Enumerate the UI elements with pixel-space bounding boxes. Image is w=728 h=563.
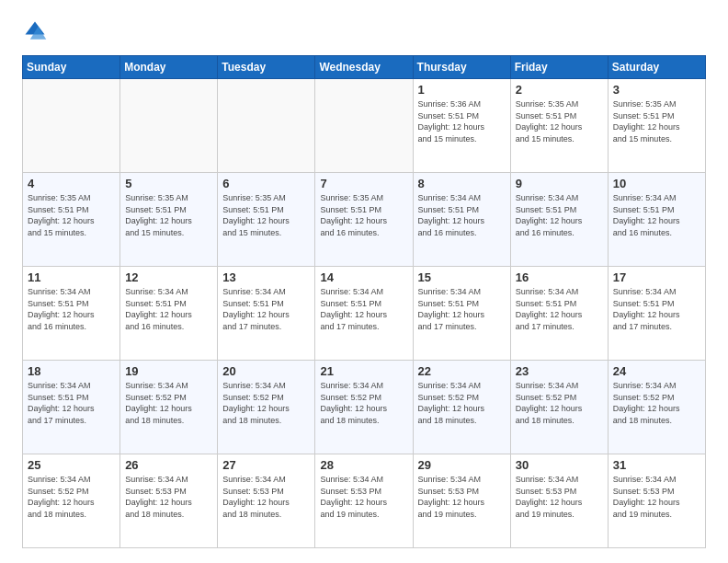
day-number: 15 — [418, 270, 506, 284]
day-info: Sunrise: 5:34 AMSunset: 5:52 PMDaylight:… — [418, 380, 506, 426]
calendar-week-5: 25Sunrise: 5:34 AMSunset: 5:52 PMDayligh… — [23, 454, 706, 548]
day-info: Sunrise: 5:34 AMSunset: 5:53 PMDaylight:… — [125, 474, 212, 520]
calendar-cell: 26Sunrise: 5:34 AMSunset: 5:53 PMDayligh… — [120, 454, 218, 548]
calendar-cell: 2Sunrise: 5:35 AMSunset: 5:51 PMDaylight… — [510, 79, 608, 173]
calendar-cell: 19Sunrise: 5:34 AMSunset: 5:52 PMDayligh… — [120, 361, 218, 454]
calendar-cell: 29Sunrise: 5:34 AMSunset: 5:53 PMDayligh… — [413, 454, 510, 548]
day-info: Sunrise: 5:34 AMSunset: 5:51 PMDaylight:… — [222, 286, 310, 332]
day-number: 9 — [516, 177, 603, 190]
day-header-thursday: Thursday — [413, 56, 510, 79]
calendar-cell: 31Sunrise: 5:34 AMSunset: 5:53 PMDayligh… — [608, 454, 705, 548]
header — [22, 18, 706, 44]
day-number: 6 — [222, 177, 310, 190]
day-number: 30 — [516, 458, 603, 472]
calendar-cell: 18Sunrise: 5:34 AMSunset: 5:51 PMDayligh… — [23, 361, 120, 454]
calendar-cell: 22Sunrise: 5:34 AMSunset: 5:52 PMDayligh… — [413, 361, 510, 454]
calendar-cell: 5Sunrise: 5:35 AMSunset: 5:51 PMDaylight… — [120, 173, 218, 267]
calendar-cell: 16Sunrise: 5:34 AMSunset: 5:51 PMDayligh… — [510, 267, 608, 361]
calendar-cell: 28Sunrise: 5:34 AMSunset: 5:53 PMDayligh… — [315, 454, 413, 548]
day-info: Sunrise: 5:34 AMSunset: 5:51 PMDaylight:… — [28, 380, 115, 426]
calendar-cell: 20Sunrise: 5:34 AMSunset: 5:52 PMDayligh… — [218, 361, 315, 454]
day-info: Sunrise: 5:35 AMSunset: 5:51 PMDaylight:… — [28, 192, 115, 238]
logo — [22, 18, 51, 44]
day-number: 16 — [516, 270, 603, 284]
calendar-cell: 15Sunrise: 5:34 AMSunset: 5:51 PMDayligh… — [413, 267, 510, 361]
day-header-sunday: Sunday — [23, 56, 120, 79]
page: SundayMondayTuesdayWednesdayThursdayFrid… — [0, 0, 728, 563]
day-info: Sunrise: 5:34 AMSunset: 5:51 PMDaylight:… — [613, 286, 700, 332]
day-info: Sunrise: 5:34 AMSunset: 5:51 PMDaylight:… — [418, 192, 506, 238]
day-number: 20 — [222, 364, 310, 378]
calendar-cell — [120, 79, 218, 173]
day-number: 21 — [320, 364, 407, 378]
day-number: 10 — [613, 177, 700, 190]
calendar-week-1: 1Sunrise: 5:36 AMSunset: 5:51 PMDaylight… — [23, 79, 706, 173]
day-number: 17 — [613, 270, 700, 284]
day-number: 29 — [418, 458, 506, 472]
day-number: 2 — [516, 83, 603, 97]
day-number: 8 — [418, 177, 506, 190]
day-number: 1 — [418, 83, 506, 97]
calendar-cell: 24Sunrise: 5:34 AMSunset: 5:52 PMDayligh… — [608, 361, 705, 454]
day-number: 19 — [125, 364, 212, 378]
day-header-wednesday: Wednesday — [315, 56, 413, 79]
calendar-cell: 8Sunrise: 5:34 AMSunset: 5:51 PMDaylight… — [413, 173, 510, 267]
day-info: Sunrise: 5:34 AMSunset: 5:51 PMDaylight:… — [613, 192, 700, 238]
day-number: 4 — [28, 177, 115, 190]
day-header-monday: Monday — [120, 56, 218, 79]
calendar-cell: 12Sunrise: 5:34 AMSunset: 5:51 PMDayligh… — [120, 267, 218, 361]
calendar-cell: 25Sunrise: 5:34 AMSunset: 5:52 PMDayligh… — [23, 454, 120, 548]
day-header-friday: Friday — [510, 56, 608, 79]
day-info: Sunrise: 5:34 AMSunset: 5:53 PMDaylight:… — [418, 474, 506, 520]
calendar-week-4: 18Sunrise: 5:34 AMSunset: 5:51 PMDayligh… — [23, 361, 706, 454]
day-info: Sunrise: 5:34 AMSunset: 5:51 PMDaylight:… — [320, 286, 407, 332]
calendar-cell — [315, 79, 413, 173]
day-info: Sunrise: 5:34 AMSunset: 5:51 PMDaylight:… — [418, 286, 506, 332]
calendar-table: SundayMondayTuesdayWednesdayThursdayFrid… — [22, 55, 706, 548]
day-info: Sunrise: 5:35 AMSunset: 5:51 PMDaylight:… — [613, 98, 700, 144]
day-number: 18 — [28, 364, 115, 378]
day-info: Sunrise: 5:34 AMSunset: 5:52 PMDaylight:… — [28, 474, 115, 520]
day-info: Sunrise: 5:34 AMSunset: 5:51 PMDaylight:… — [516, 192, 603, 238]
day-number: 25 — [28, 458, 115, 472]
day-number: 28 — [320, 458, 407, 472]
calendar-header-row: SundayMondayTuesdayWednesdayThursdayFrid… — [23, 56, 706, 79]
calendar-cell: 17Sunrise: 5:34 AMSunset: 5:51 PMDayligh… — [608, 267, 705, 361]
day-number: 24 — [613, 364, 700, 378]
day-header-saturday: Saturday — [608, 56, 705, 79]
day-number: 26 — [125, 458, 212, 472]
day-header-tuesday: Tuesday — [218, 56, 315, 79]
calendar-cell: 3Sunrise: 5:35 AMSunset: 5:51 PMDaylight… — [608, 79, 705, 173]
day-number: 23 — [516, 364, 603, 378]
calendar-cell — [218, 79, 315, 173]
day-number: 12 — [125, 270, 212, 284]
day-number: 13 — [222, 270, 310, 284]
day-number: 11 — [28, 270, 115, 284]
calendar-cell — [23, 79, 120, 173]
day-number: 22 — [418, 364, 506, 378]
day-info: Sunrise: 5:35 AMSunset: 5:51 PMDaylight:… — [222, 192, 310, 238]
calendar-cell: 14Sunrise: 5:34 AMSunset: 5:51 PMDayligh… — [315, 267, 413, 361]
calendar-cell: 23Sunrise: 5:34 AMSunset: 5:52 PMDayligh… — [510, 361, 608, 454]
day-info: Sunrise: 5:35 AMSunset: 5:51 PMDaylight:… — [320, 192, 407, 238]
day-number: 5 — [125, 177, 212, 190]
calendar-cell: 10Sunrise: 5:34 AMSunset: 5:51 PMDayligh… — [608, 173, 705, 267]
calendar-cell: 9Sunrise: 5:34 AMSunset: 5:51 PMDaylight… — [510, 173, 608, 267]
day-number: 31 — [613, 458, 700, 472]
day-info: Sunrise: 5:34 AMSunset: 5:53 PMDaylight:… — [222, 474, 310, 520]
day-number: 27 — [222, 458, 310, 472]
calendar-cell: 7Sunrise: 5:35 AMSunset: 5:51 PMDaylight… — [315, 173, 413, 267]
calendar-cell: 11Sunrise: 5:34 AMSunset: 5:51 PMDayligh… — [23, 267, 120, 361]
calendar-week-3: 11Sunrise: 5:34 AMSunset: 5:51 PMDayligh… — [23, 267, 706, 361]
day-info: Sunrise: 5:34 AMSunset: 5:53 PMDaylight:… — [613, 474, 700, 520]
day-info: Sunrise: 5:34 AMSunset: 5:51 PMDaylight:… — [28, 286, 115, 332]
day-info: Sunrise: 5:34 AMSunset: 5:52 PMDaylight:… — [516, 380, 603, 426]
calendar-cell: 21Sunrise: 5:34 AMSunset: 5:52 PMDayligh… — [315, 361, 413, 454]
day-number: 3 — [613, 83, 700, 97]
calendar-cell: 30Sunrise: 5:34 AMSunset: 5:53 PMDayligh… — [510, 454, 608, 548]
calendar-cell: 4Sunrise: 5:35 AMSunset: 5:51 PMDaylight… — [23, 173, 120, 267]
day-info: Sunrise: 5:34 AMSunset: 5:52 PMDaylight:… — [222, 380, 310, 426]
day-info: Sunrise: 5:34 AMSunset: 5:52 PMDaylight:… — [320, 380, 407, 426]
day-info: Sunrise: 5:35 AMSunset: 5:51 PMDaylight:… — [516, 98, 603, 144]
day-info: Sunrise: 5:34 AMSunset: 5:52 PMDaylight:… — [125, 380, 212, 426]
